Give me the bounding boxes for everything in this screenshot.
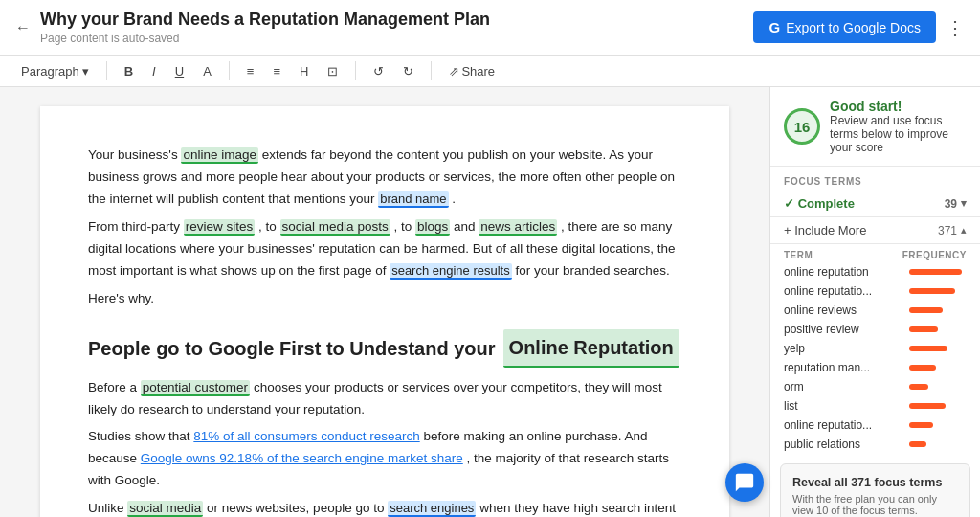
score-label: Good start! bbox=[830, 99, 967, 114]
heading-text: People go to Google First to Undestand y… bbox=[88, 332, 496, 365]
term-bar bbox=[909, 441, 926, 447]
paragraph-2: From third-party review sites , to socia… bbox=[88, 216, 681, 282]
score-circle: 16 bbox=[784, 108, 820, 145]
term-bar-container bbox=[909, 288, 967, 294]
term-bar-container bbox=[909, 307, 967, 313]
editor-area[interactable]: Your business's online image extends far… bbox=[0, 87, 769, 517]
toolbar-separator-1 bbox=[106, 61, 107, 80]
term-bar bbox=[909, 384, 928, 390]
redo-button[interactable]: ↻ bbox=[397, 62, 419, 80]
main-layout: Your business's online image extends far… bbox=[0, 87, 980, 517]
heading-highlight: Online Reputation bbox=[503, 329, 679, 368]
bullet-list-button[interactable]: ≡ bbox=[241, 62, 260, 80]
google-icon: G bbox=[768, 19, 780, 35]
title-block: Why your Brand Needs a Reputation Manage… bbox=[40, 10, 490, 45]
link-consumers-research[interactable]: 81% of all consumers conduct research bbox=[193, 429, 419, 443]
score-sublabel: Review and use focus terms below to impr… bbox=[830, 114, 948, 154]
plus-icon: + bbox=[784, 223, 794, 237]
term-bar bbox=[909, 326, 938, 332]
highlight-button[interactable]: A bbox=[197, 62, 217, 80]
italic-button[interactable]: I bbox=[146, 62, 162, 80]
highlight-brand-name: brand name bbox=[378, 191, 448, 208]
text-node: Your business's bbox=[88, 147, 178, 162]
term-list-item: reputation man... bbox=[770, 358, 980, 377]
score-header: 16 Good start! Review and use focus term… bbox=[770, 87, 980, 167]
document-content: Your business's online image extends far… bbox=[88, 145, 681, 517]
text-node: Unlike bbox=[88, 501, 127, 515]
highlight-search-engines: search engines bbox=[388, 501, 476, 517]
term-bar-container bbox=[909, 346, 967, 351]
complete-count-badge: 39 ▾ bbox=[945, 197, 967, 211]
chevron-down-icon[interactable]: ▾ bbox=[961, 197, 967, 210]
text-node: and bbox=[454, 219, 479, 234]
text-node: From third-party bbox=[88, 219, 184, 234]
term-bar bbox=[909, 288, 955, 294]
term-list-item: public relations bbox=[770, 435, 980, 454]
heading-button[interactable]: H bbox=[294, 62, 314, 80]
numbered-list-button[interactable]: ≡ bbox=[267, 62, 286, 80]
chat-bubble-button[interactable] bbox=[725, 463, 764, 502]
focus-terms-label: FOCUS TERMS bbox=[770, 167, 980, 191]
term-bar bbox=[909, 403, 946, 409]
complete-label: ✓ Complete bbox=[784, 196, 855, 211]
paragraph-6: Unlike social media or news websites, pe… bbox=[88, 498, 681, 517]
term-list-item: orm bbox=[770, 377, 980, 396]
term-bar bbox=[909, 346, 947, 351]
export-label: Export to Google Docs bbox=[786, 20, 921, 35]
highlight-blogs: blogs bbox=[415, 219, 450, 236]
term-bar bbox=[909, 269, 962, 275]
text-node: , to bbox=[393, 219, 415, 234]
text-node: . bbox=[452, 191, 456, 206]
undo-button[interactable]: ↺ bbox=[368, 62, 390, 80]
highlight-potential-customer: potential customer bbox=[141, 380, 250, 396]
highlight-social-media-2: social media bbox=[127, 501, 203, 517]
document-page: Your business's online image extends far… bbox=[40, 106, 729, 517]
link-google-market-share[interactable]: Google owns 92.18% of the search engine … bbox=[141, 451, 463, 465]
paragraph-3: Here's why. bbox=[88, 288, 681, 310]
bold-button[interactable]: B bbox=[119, 62, 139, 80]
term-rows-container: online reputation online reputatio... on… bbox=[770, 262, 980, 454]
underline-button[interactable]: U bbox=[169, 62, 189, 80]
term-list-item: positive review bbox=[770, 320, 980, 339]
score-text: Good start! Review and use focus terms b… bbox=[830, 99, 967, 154]
term-list-item: online reputation bbox=[770, 262, 980, 281]
reveal-box: Reveal all 371 focus terms With the free… bbox=[780, 463, 970, 517]
document-title: Why your Brand Needs a Reputation Manage… bbox=[40, 10, 490, 30]
toolbar-separator-3 bbox=[355, 61, 356, 80]
toolbar-separator-2 bbox=[229, 61, 230, 80]
include-more-row: + Include More 371 ▴ bbox=[770, 217, 980, 244]
highlight-search-engine-results: search engine results bbox=[390, 263, 512, 280]
toolbar: Paragraph ▾ B I U A ≡ ≡ H ⊡ ↺ ↻ ⇗ Share bbox=[0, 56, 980, 87]
text-node: Studies show that bbox=[88, 429, 193, 443]
paragraph-style-selector[interactable]: Paragraph ▾ bbox=[15, 62, 95, 80]
header-left: ← Why your Brand Needs a Reputation Mana… bbox=[15, 10, 490, 45]
chevron-down-icon: ▾ bbox=[82, 64, 89, 79]
include-count-badge: 371 ▴ bbox=[938, 224, 967, 237]
highlight-social-media-posts: social media posts bbox=[280, 219, 390, 236]
term-name-label: list bbox=[784, 399, 909, 413]
term-bar bbox=[909, 307, 943, 313]
back-button[interactable]: ← bbox=[15, 19, 31, 36]
sidebar: 16 Good start! Review and use focus term… bbox=[769, 87, 980, 517]
term-name-label: online reputatio... bbox=[784, 418, 909, 432]
include-label: + Include More bbox=[784, 223, 866, 237]
frequency-column-header: FREQUENCY bbox=[902, 250, 967, 260]
export-button[interactable]: G Export to Google Docs bbox=[753, 11, 936, 43]
include-count: 371 bbox=[938, 224, 957, 237]
highlight-review-sites: review sites bbox=[184, 219, 256, 236]
paragraph-label: Paragraph bbox=[21, 64, 79, 79]
reveal-subtext: With the free plan you can only view 10 … bbox=[792, 493, 958, 516]
term-bar-container bbox=[909, 441, 967, 447]
header: ← Why your Brand Needs a Reputation Mana… bbox=[0, 0, 980, 56]
term-list-item: online reputatio... bbox=[770, 416, 980, 435]
highlight-news-articles: news articles bbox=[479, 219, 557, 236]
term-list-item: list bbox=[770, 396, 980, 416]
more-options-button[interactable]: ⋮ bbox=[946, 16, 965, 39]
image-button[interactable]: ⊡ bbox=[322, 62, 344, 80]
toolbar-separator-4 bbox=[431, 61, 432, 80]
chat-icon bbox=[734, 472, 755, 493]
term-name-label: online reputation bbox=[784, 265, 909, 279]
term-list-item: online reviews bbox=[770, 301, 980, 320]
chevron-up-icon[interactable]: ▴ bbox=[961, 224, 967, 236]
share-button[interactable]: ⇗ Share bbox=[443, 62, 501, 80]
